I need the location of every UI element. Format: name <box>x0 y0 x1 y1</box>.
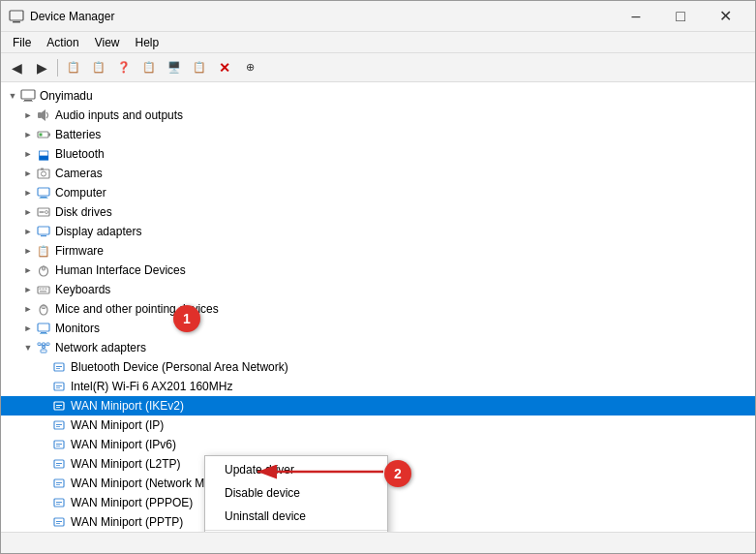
menu-help[interactable]: Help <box>128 34 167 51</box>
svg-rect-32 <box>38 323 49 331</box>
device-manager-window: Device Manager – □ ✕ File Action View He… <box>0 0 756 554</box>
wan-l2tp-icon <box>51 456 67 472</box>
toolbar-btn-uninstall[interactable]: ✕ <box>213 56 236 79</box>
expand-computer-icon: ► <box>20 185 36 200</box>
toolbar-btn-3[interactable]: ❓ <box>112 56 136 79</box>
svg-point-11 <box>42 171 46 176</box>
tree-cameras[interactable]: ► Cameras <box>1 164 755 183</box>
app-icon <box>9 9 24 24</box>
computer-label: Computer <box>55 186 106 200</box>
expand-bluetooth-icon: ► <box>20 146 36 162</box>
svg-rect-65 <box>56 502 62 503</box>
tree-monitors[interactable]: ► Monitors <box>1 319 755 338</box>
menu-view[interactable]: View <box>87 34 128 51</box>
tree-computer[interactable]: ► Computer <box>1 183 755 202</box>
annotation-1: 1 <box>173 305 200 332</box>
wan-pptp-icon <box>51 514 67 530</box>
toolbar-btn-4[interactable]: 📋 <box>137 56 161 79</box>
svg-rect-51 <box>56 407 60 408</box>
minimize-button[interactable]: – <box>614 1 658 32</box>
tree-display[interactable]: ► Display adapters <box>1 222 755 241</box>
tree-root[interactable]: ▼ Onyimadu <box>1 86 755 106</box>
wan-ipv6-label: WAN Miniport (IPv6) <box>71 438 176 451</box>
wan-netmon-icon <box>51 476 67 491</box>
ctx-disable-device[interactable]: Disable device <box>205 481 387 505</box>
svg-rect-44 <box>56 366 62 367</box>
wan-pppoe-icon <box>51 495 67 510</box>
svg-rect-9 <box>40 134 43 137</box>
no-expand-wan-pptp <box>36 514 51 530</box>
svg-marker-6 <box>42 109 45 121</box>
no-expand-wan-ikev2 <box>36 398 51 414</box>
ctx-uninstall-device[interactable]: Uninstall device <box>205 505 387 528</box>
tree-disk[interactable]: ► Disk drives <box>1 202 755 222</box>
tree-firmware[interactable]: ► 📋 Firmware <box>1 241 755 261</box>
forward-button[interactable]: ▶ <box>30 56 53 79</box>
window-title: Device Manager <box>30 10 614 23</box>
svg-rect-56 <box>56 444 62 445</box>
title-bar: Device Manager – □ ✕ <box>1 1 755 32</box>
svg-rect-1 <box>13 21 20 23</box>
tree-intel-wifi[interactable]: Intel(R) Wi-Fi 6 AX201 160MHz <box>1 377 755 396</box>
hid-icon <box>36 262 51 278</box>
network-icon <box>36 340 51 355</box>
no-expand-wan-pppoe <box>36 495 51 510</box>
toolbar-btn-1[interactable]: 📋 <box>62 56 85 79</box>
no-expand-wan-ipv6 <box>36 437 51 452</box>
toolbar-btn-6[interactable]: 📋 <box>188 56 211 79</box>
expand-cameras-icon: ► <box>20 166 36 181</box>
svg-rect-50 <box>56 405 62 406</box>
svg-rect-10 <box>38 169 49 178</box>
svg-rect-66 <box>56 504 60 505</box>
batteries-label: Batteries <box>55 128 101 141</box>
maximize-button[interactable]: □ <box>658 1 703 32</box>
ctx-update-driver[interactable]: Update driver <box>205 458 387 481</box>
menu-action[interactable]: Action <box>39 34 86 51</box>
expand-hid-icon: ► <box>20 262 36 278</box>
svg-rect-48 <box>56 387 60 388</box>
svg-rect-62 <box>56 482 62 483</box>
tree-hid[interactable]: ► Human Interface Devices <box>1 261 755 280</box>
svg-rect-8 <box>48 134 50 137</box>
firmware-label: Firmware <box>55 244 104 258</box>
tree-bluetooth[interactable]: ► ⬓ Bluetooth <box>1 144 755 164</box>
tree-bt-pan[interactable]: Bluetooth Device (Personal Area Network) <box>1 357 755 377</box>
wan-l2tp-label: WAN Miniport (L2TP) <box>71 457 181 471</box>
tree-wan-ikev2[interactable]: WAN Miniport (IKEv2) <box>1 396 755 416</box>
tree-keyboards[interactable]: ► Keyboards <box>1 280 755 299</box>
tree-batteries[interactable]: ► Batteries <box>1 125 755 144</box>
tree-network[interactable]: ▼ Network adapters <box>1 338 755 357</box>
toolbar-btn-2[interactable]: 📋 <box>87 56 110 79</box>
svg-rect-57 <box>56 446 60 446</box>
audio-label: Audio inputs and outputs <box>55 108 183 122</box>
tree-wan-ip[interactable]: WAN Miniport (IP) <box>1 416 755 435</box>
toolbar-btn-scan[interactable]: ⊕ <box>238 56 261 79</box>
svg-rect-47 <box>56 385 62 386</box>
expand-monitors-icon: ► <box>20 321 36 336</box>
no-expand-wifi <box>36 379 51 394</box>
root-label: Onyimadu <box>40 89 93 103</box>
batteries-icon <box>36 127 51 142</box>
tree-wan-ipv6[interactable]: WAN Miniport (IPv6) <box>1 435 755 454</box>
close-button[interactable]: ✕ <box>703 1 747 32</box>
tree-mice[interactable]: ► Mice and other pointing devices <box>1 299 755 319</box>
back-button[interactable]: ◀ <box>5 56 28 79</box>
computer-icon <box>36 185 51 200</box>
monitors-icon <box>36 321 51 336</box>
ctx-sep-1 <box>205 530 387 531</box>
mice-icon <box>36 301 51 317</box>
svg-rect-27 <box>45 289 47 291</box>
tree-audio[interactable]: ► Audio inputs and outputs <box>1 106 755 125</box>
menu-file[interactable]: File <box>5 34 39 51</box>
disk-icon <box>36 204 51 220</box>
expand-network-icon: ▼ <box>20 340 36 355</box>
toolbar-sep-1 <box>57 59 58 77</box>
toolbar-btn-5[interactable]: 🖥️ <box>163 56 186 79</box>
main-content: ▼ Onyimadu ► Audio inputs and outputs ► <box>1 82 755 532</box>
intel-wifi-label: Intel(R) Wi-Fi 6 AX201 160MHz <box>71 380 232 393</box>
hid-label: Human Interface Devices <box>55 263 186 277</box>
svg-rect-33 <box>41 332 46 333</box>
expand-disk-icon: ► <box>20 204 36 220</box>
context-menu: Update driver Disable device Uninstall d… <box>204 455 388 532</box>
wan-pptp-label: WAN Miniport (PPTP) <box>71 515 183 529</box>
